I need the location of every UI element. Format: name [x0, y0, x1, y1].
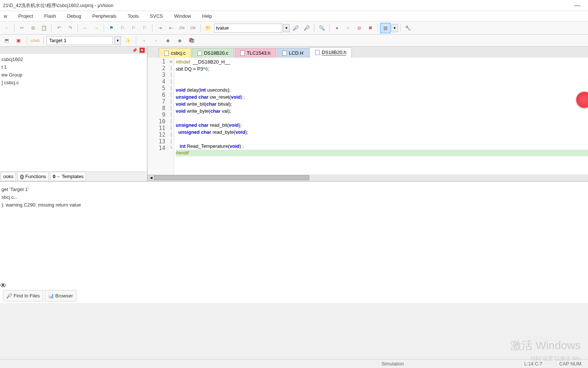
load-icon[interactable]: LOAD	[30, 35, 40, 46]
tab-books[interactable]: ooks	[1, 172, 16, 181]
menu-peripherals[interactable]: Peripherals	[91, 13, 118, 20]
file-tabs: csbcj.cDS18B20.cTLC1543.hLCD.HDS18B20.h	[148, 47, 588, 58]
menu-tools[interactable]: Tools	[126, 13, 140, 20]
bookmark-prev-icon[interactable]: ⚐	[117, 23, 128, 33]
scroll-thumb[interactable]	[154, 175, 309, 180]
main-area: 📌 ✕ csbcj1602 t 1 ew Group ] csbcj.c ook…	[0, 47, 588, 181]
breakpoint-disable-icon[interactable]: ⊘	[354, 23, 364, 33]
document-icon	[240, 51, 245, 56]
tab-filename: LCD.H	[289, 50, 303, 56]
minimize-icon[interactable]: —	[574, 1, 581, 9]
tab-find-in-files[interactable]: 🔎Find In Files	[3, 290, 43, 301]
scroll-left-icon[interactable]: ◀	[148, 175, 154, 181]
menu-w[interactable]: w	[2, 13, 8, 20]
debug-icon[interactable]: 🔍	[317, 23, 327, 33]
find-folder-icon[interactable]: 📁	[203, 23, 213, 33]
configure-icon[interactable]: 🔧	[403, 23, 413, 33]
separator	[27, 37, 27, 45]
editor-area: csbcj.cDS18B20.cTLC1543.hLCD.HDS18B20.h …	[148, 47, 588, 181]
uncomment-icon[interactable]: //≡	[188, 23, 198, 33]
document-icon	[197, 51, 202, 56]
books-icon[interactable]: 📚	[186, 35, 197, 46]
output-tabs: 🔎Find In Files 📊Browser	[3, 290, 76, 301]
file-tab-ds18b20-c[interactable]: DS18B20.c	[192, 48, 234, 58]
tab-filename: TLC1543.h	[247, 50, 271, 56]
tab-label: Find In Files	[14, 292, 40, 300]
code-text[interactable]: #ifndef __DS18B20_H__ sbit DQ = P3^6; vo…	[174, 58, 588, 174]
menu-window[interactable]: Window	[173, 13, 193, 20]
outdent-icon[interactable]: ⇤	[166, 23, 176, 33]
layout-dropdown-icon[interactable]: ▼	[391, 24, 398, 32]
status-simulation: Simulation	[378, 361, 407, 367]
fold-column[interactable]: ⊟││││││││││││└	[168, 58, 174, 174]
tree-project[interactable]: csbcj1602	[0, 55, 147, 63]
panel-close-icon[interactable]: ✕	[140, 48, 145, 53]
horizontal-scrollbar[interactable]: ◀	[148, 174, 588, 181]
manage-icon[interactable]: ▫	[151, 35, 161, 46]
menu-help[interactable]: Help	[201, 13, 214, 20]
separator	[378, 24, 378, 32]
manage3-icon[interactable]: ◆	[175, 35, 185, 46]
paste-icon[interactable]: 📋	[39, 23, 49, 33]
menu-bar: wProjectFlashDebugPeripheralsToolsSVCSWi…	[0, 11, 588, 21]
output-line: ): warning C290: missing return value	[1, 201, 587, 209]
tab-browser[interactable]: 📊Browser	[45, 290, 76, 301]
incremental-find-icon[interactable]: 🔎	[302, 23, 312, 33]
target-select[interactable]: Target 1	[47, 36, 113, 45]
comment-icon[interactable]: //≡	[177, 23, 187, 33]
options-icon[interactable]: ✨	[123, 35, 133, 46]
nav-fwd-icon[interactable]: →	[91, 23, 102, 33]
project-tree[interactable]: csbcj1602 t 1 ew Group ] csbcj.c	[0, 54, 147, 171]
target-dropdown-icon[interactable]: ▼	[114, 36, 121, 45]
file-tab-tlc1543-h[interactable]: TLC1543.h	[235, 48, 276, 58]
tree-file[interactable]: ] csbcj.c	[0, 79, 147, 86]
nav-back-icon[interactable]: ←	[80, 23, 90, 33]
title-bar: 21\D_42洗衣机水位\程序\csbcj1602.uvproj - µVisi…	[0, 0, 588, 11]
bookmark-next-icon[interactable]: ⚐	[128, 23, 139, 33]
build-icon[interactable]: ▣	[13, 35, 24, 46]
file-tab-ds18b20-h[interactable]: DS18B20.h	[310, 47, 352, 58]
menu-svcs[interactable]: SVCS	[148, 13, 164, 20]
status-bar: Simulation L:14 C:7 CAP NUM	[0, 359, 588, 368]
file-tab-lcd-h[interactable]: LCD.H	[277, 48, 309, 58]
window-layout-icon[interactable]: ▦	[380, 23, 391, 33]
redo-icon[interactable]: ↷	[65, 23, 75, 33]
copy-icon[interactable]: ⧉	[28, 23, 38, 33]
tab-templates[interactable]: 0→Templates	[50, 172, 86, 181]
menu-flash[interactable]: Flash	[43, 13, 58, 20]
tree-group[interactable]: ew Group	[0, 71, 147, 79]
menu-project[interactable]: Project	[17, 13, 34, 20]
new-icon[interactable]: ▫	[1, 23, 12, 33]
indent-icon[interactable]: ⇥	[155, 23, 165, 33]
output-line: sbcj.c...	[1, 193, 587, 201]
panel-header: 📌 ✕	[0, 47, 147, 54]
breakpoint-kill-icon[interactable]: ✖	[365, 23, 375, 33]
tab-functions[interactable]: {}Functions	[17, 172, 49, 181]
find-icon[interactable]: 🔎	[290, 23, 301, 33]
menu-debug[interactable]: Debug	[66, 13, 83, 20]
bookmark-clear-icon[interactable]: ⚐	[140, 23, 150, 33]
project-panel: 📌 ✕ csbcj1602 t 1 ew Group ] csbcj.c ook…	[0, 47, 148, 181]
tree-target[interactable]: t 1	[0, 63, 147, 71]
translate-icon[interactable]: ⬒	[1, 35, 12, 46]
document-icon	[315, 50, 320, 55]
search-value: tvalue	[216, 25, 229, 31]
pin-icon[interactable]: 📌	[132, 48, 137, 53]
search-combo[interactable]: tvalue	[214, 24, 282, 33]
cut-icon[interactable]: ✂	[17, 23, 27, 33]
file-tab-csbcj-c[interactable]: csbcj.c	[159, 48, 191, 58]
manage2-icon[interactable]: ◆	[163, 35, 173, 46]
build-output-panel[interactable]: get 'Target 1' sbcj.c... ): warning C290…	[0, 181, 588, 303]
window-title: 21\D_42洗衣机水位\程序\csbcj1602.uvproj - µVisi…	[3, 2, 113, 9]
tab-label: Browser	[55, 292, 73, 300]
search-dropdown-icon[interactable]: ▼	[283, 24, 290, 32]
file-ext-icon[interactable]: ▫	[139, 35, 149, 46]
bookmark-icon[interactable]: ⚑	[106, 23, 117, 33]
separator	[314, 24, 314, 32]
code-area[interactable]: 1234567891011121314 ⊟││││││││││││└ #ifnd…	[148, 58, 588, 174]
breakpoint-insert-icon[interactable]: ●	[332, 23, 342, 33]
breakpoint-toggle-icon[interactable]: ○	[343, 23, 353, 33]
tab-filename: DS18B20.h	[322, 50, 347, 55]
undo-icon[interactable]: ↶	[54, 23, 64, 33]
windows-watermark: 激活 Windows	[510, 338, 581, 353]
